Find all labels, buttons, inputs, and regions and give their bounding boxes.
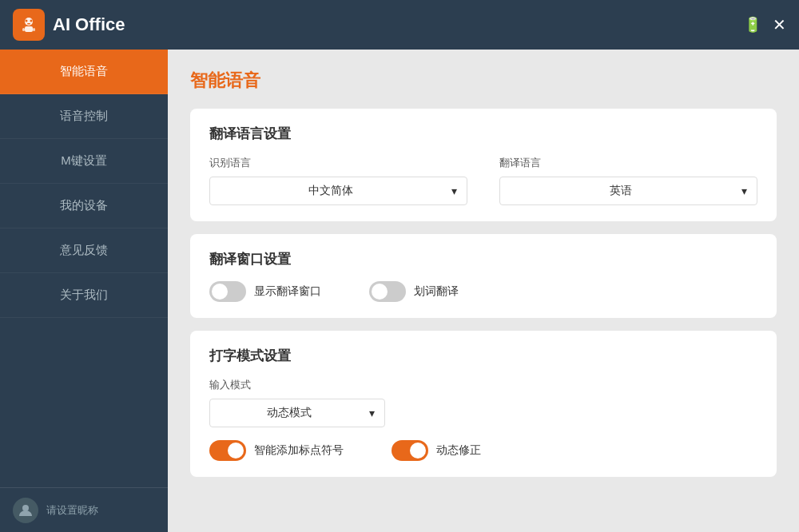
word-translate-label: 划词翻译 — [414, 284, 459, 299]
word-translate-toggle-item: 划词翻译 — [369, 281, 459, 302]
input-mode-section: 输入模式 动态模式 ▾ — [209, 378, 757, 427]
app-logo — [13, 9, 45, 41]
typing-mode-title: 打字模式设置 — [209, 347, 757, 365]
close-button[interactable]: ✕ — [773, 17, 786, 33]
sidebar-item-my-device[interactable]: 我的设备 — [0, 184, 168, 228]
input-mode-select[interactable]: 动态模式 ▾ — [209, 399, 385, 427]
typing-mode-toggles: 智能添加标点符号 动态修正 — [209, 440, 757, 461]
app-title: AI Office — [53, 14, 125, 35]
svg-rect-5 — [22, 28, 25, 31]
sidebar-item-m-key[interactable]: M键设置 — [0, 139, 168, 184]
typing-mode-card: 打字模式设置 输入模式 动态模式 ▾ 智能添加标点符号 动态修正 — [190, 331, 777, 477]
source-lang-label: 识别语言 — [209, 156, 467, 170]
svg-rect-6 — [33, 28, 35, 31]
main-layout: 智能语音 语音控制 M键设置 我的设备 意见反馈 关于我们 — [0, 50, 799, 532]
svg-rect-1 — [25, 26, 33, 32]
show-window-toggle[interactable] — [209, 281, 246, 302]
svg-rect-4 — [27, 23, 30, 25]
content-area: 智能语音 翻译语言设置 识别语言 中文简体 ▾ 翻译语言 英语 ▾ — [168, 50, 799, 532]
translation-window-card: 翻译窗口设置 显示翻译窗口 划词翻译 — [190, 234, 777, 318]
sidebar-item-voice-control[interactable]: 语音控制 — [0, 94, 168, 139]
target-lang-chevron-icon: ▾ — [741, 185, 747, 197]
sidebar-item-smart-voice[interactable]: 智能语音 — [0, 50, 168, 94]
svg-point-3 — [30, 20, 33, 22]
dynamic-correction-label: 动态修正 — [436, 443, 481, 458]
translation-window-title: 翻译窗口设置 — [209, 250, 757, 268]
target-lang-group: 翻译语言 英语 ▾ — [499, 156, 757, 205]
title-bar-right: 🔋 ✕ — [744, 16, 786, 34]
sidebar-item-feedback[interactable]: 意见反馈 — [0, 228, 168, 273]
sidebar-nav: 智能语音 语音控制 M键设置 我的设备 意见反馈 关于我们 — [0, 50, 168, 487]
page-title: 智能语音 — [190, 69, 777, 93]
smart-punctuation-toggle[interactable] — [209, 440, 246, 461]
sidebar: 智能语音 语音控制 M键设置 我的设备 意见反馈 关于我们 — [0, 50, 168, 532]
lang-row: 识别语言 中文简体 ▾ 翻译语言 英语 ▾ — [209, 156, 757, 205]
input-mode-label: 输入模式 — [209, 378, 757, 392]
show-window-toggle-item: 显示翻译窗口 — [209, 281, 321, 302]
target-lang-label: 翻译语言 — [499, 156, 757, 170]
smart-punctuation-toggle-item: 智能添加标点符号 — [209, 440, 344, 461]
dynamic-correction-toggle-item: 动态修正 — [392, 440, 481, 461]
battery-icon: 🔋 — [744, 16, 761, 34]
translation-lang-title: 翻译语言设置 — [209, 125, 757, 143]
input-mode-chevron-icon: ▾ — [369, 407, 375, 419]
translation-lang-card: 翻译语言设置 识别语言 中文简体 ▾ 翻译语言 英语 ▾ — [190, 109, 777, 221]
dynamic-correction-toggle[interactable] — [392, 440, 428, 461]
source-lang-group: 识别语言 中文简体 ▾ — [209, 156, 467, 205]
sidebar-footer: 请设置昵称 — [0, 487, 168, 532]
translation-window-toggles: 显示翻译窗口 划词翻译 — [209, 281, 757, 302]
source-lang-select[interactable]: 中文简体 ▾ — [209, 177, 467, 205]
avatar — [13, 498, 38, 523]
svg-point-7 — [22, 505, 29, 511]
title-bar-left: AI Office — [13, 9, 125, 41]
title-bar: AI Office 🔋 ✕ — [0, 0, 799, 50]
sidebar-item-about[interactable]: 关于我们 — [0, 273, 168, 318]
smart-punctuation-label: 智能添加标点符号 — [254, 443, 344, 458]
username-label: 请设置昵称 — [46, 503, 98, 518]
svg-point-2 — [26, 20, 28, 22]
target-lang-select[interactable]: 英语 ▾ — [499, 177, 757, 205]
show-window-label: 显示翻译窗口 — [254, 284, 321, 299]
source-lang-chevron-icon: ▾ — [451, 185, 457, 197]
word-translate-toggle[interactable] — [369, 281, 406, 302]
